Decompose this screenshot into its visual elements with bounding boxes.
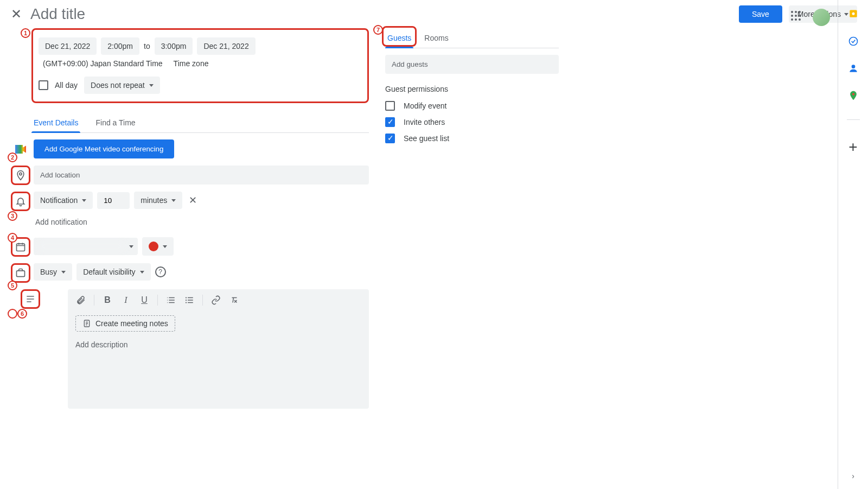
remove-notification-icon[interactable]: ✕: [187, 192, 199, 208]
calendar-name-blurred: [38, 241, 125, 252]
perm-see-list-checkbox[interactable]: [385, 134, 395, 143]
repeat-select[interactable]: Does not repeat: [84, 77, 160, 94]
add-notification-link[interactable]: Add notification: [35, 218, 87, 226]
notification-type-label: Notification: [40, 196, 78, 205]
bold-icon[interactable]: B: [102, 295, 113, 305]
visibility-label: Default visibility: [83, 268, 135, 276]
end-time-chip[interactable]: 3:00pm: [155, 37, 193, 55]
svg-point-4: [186, 300, 187, 301]
help-icon[interactable]: ?: [155, 266, 166, 277]
caret-down-icon: [140, 271, 144, 274]
numbered-list-icon[interactable]: [165, 295, 176, 305]
add-guests-input[interactable]: [385, 55, 559, 74]
perm-see-list-label: See guest list: [404, 134, 449, 143]
timezone-display: (GMT+09:00) Japan Standard Time: [43, 59, 163, 68]
caret-down-icon: [61, 271, 66, 274]
calendar-row: 4: [11, 237, 369, 257]
annotation-1: 1: [21, 28, 30, 38]
svg-point-0: [20, 173, 22, 175]
keep-icon[interactable]: [848, 9, 859, 20]
toolbar-separator: [202, 295, 203, 306]
tasks-icon[interactable]: [848, 36, 859, 47]
visibility-select[interactable]: Default visibility: [76, 263, 150, 281]
notification-type-select[interactable]: Notification: [34, 192, 93, 209]
editor-toolbar: B I U: [68, 289, 369, 311]
briefcase-icon-box: [11, 263, 30, 283]
annotation-7: 7: [373, 25, 383, 35]
perm-see-list-row: See guest list: [385, 130, 559, 147]
tab-event-details[interactable]: Event Details: [31, 113, 80, 132]
busy-select[interactable]: Busy: [34, 263, 72, 281]
description-placeholder[interactable]: Add description: [68, 336, 369, 353]
datetime-block: Dec 21, 2022 2:00pm to 3:00pm Dec 21, 20…: [31, 28, 369, 103]
svg-point-10: [851, 65, 855, 68]
perm-invite-label: Invite others: [404, 118, 445, 126]
meet-row: 2 Add Google Meet video conferencing: [11, 139, 369, 159]
event-title-input[interactable]: [30, 5, 302, 23]
maps-icon[interactable]: [848, 90, 859, 101]
perm-invite-row: Invite others: [385, 114, 559, 130]
perm-modify-label: Modify event: [404, 101, 446, 110]
annotation-4: 4: [8, 233, 17, 243]
collapse-panel-icon[interactable]: ›: [852, 472, 854, 480]
start-time-chip[interactable]: 2:00pm: [101, 37, 139, 55]
description-row: 6 B I U: [11, 289, 369, 409]
clear-format-icon[interactable]: [229, 295, 240, 305]
calendar-select[interactable]: [34, 238, 138, 255]
notification-icon-box: [11, 192, 30, 211]
event-color-select[interactable]: [142, 237, 174, 256]
color-dot-icon: [149, 242, 158, 251]
add-meet-button[interactable]: Add Google Meet video conferencing: [34, 139, 174, 158]
busy-label: Busy: [40, 268, 57, 276]
svg-rect-1: [17, 244, 25, 251]
svg-point-3: [186, 297, 187, 298]
tab-guests[interactable]: Guests: [385, 28, 413, 48]
bullet-list-icon[interactable]: [184, 295, 195, 305]
notification-value-input[interactable]: [97, 192, 130, 209]
location-input[interactable]: [34, 166, 369, 185]
svg-point-9: [849, 37, 857, 46]
save-button[interactable]: Save: [739, 5, 782, 23]
caret-down-icon: [129, 245, 133, 248]
end-date-chip[interactable]: Dec 21, 2022: [197, 37, 255, 55]
avatar[interactable]: [813, 9, 830, 26]
italic-icon[interactable]: I: [120, 295, 131, 305]
apps-grid-icon[interactable]: [791, 11, 804, 24]
google-meet-icon: [15, 145, 26, 154]
start-date-chip[interactable]: Dec 21, 2022: [39, 37, 97, 55]
tab-rooms[interactable]: Rooms: [422, 28, 450, 48]
description-icon-box: [21, 289, 40, 309]
header: ✕ Save More actions: [0, 0, 868, 28]
add-addon-icon[interactable]: +: [848, 138, 857, 156]
caret-down-icon: [163, 245, 167, 248]
underline-icon[interactable]: U: [139, 295, 150, 305]
contacts-icon[interactable]: [848, 63, 859, 74]
notification-unit-select[interactable]: minutes: [134, 192, 182, 209]
link-icon[interactable]: [210, 295, 221, 305]
rail-separator: [847, 119, 860, 120]
to-label: to: [144, 42, 150, 50]
tab-find-a-time[interactable]: Find a Time: [93, 113, 137, 132]
create-meeting-notes-label: Create meeting notes: [95, 319, 168, 328]
notification-row: 3 Notification minutes ✕: [11, 192, 369, 211]
timezone-link[interactable]: Time zone: [174, 59, 209, 68]
all-day-checkbox[interactable]: [39, 80, 48, 90]
annotation-2: 2: [8, 153, 17, 162]
attachment-icon[interactable]: [75, 295, 86, 305]
bell-icon: [15, 196, 26, 207]
svg-point-5: [186, 302, 187, 303]
guests-tabs: 7 Guests Rooms: [385, 28, 559, 48]
perm-invite-checkbox[interactable]: [385, 117, 395, 127]
location-pin-icon: [15, 170, 26, 181]
annotation-5: 5: [8, 281, 17, 290]
visibility-row: 5 Busy Default visibility ?: [11, 263, 369, 283]
notification-unit-label: minutes: [141, 196, 167, 205]
perm-modify-checkbox[interactable]: [385, 101, 395, 111]
create-meeting-notes-button[interactable]: Create meeting notes: [75, 315, 175, 332]
annotation-3: 3: [8, 211, 17, 221]
toolbar-separator: [157, 295, 158, 306]
caret-down-icon: [82, 199, 86, 202]
text-lines-icon: [25, 294, 36, 304]
close-icon[interactable]: ✕: [11, 7, 22, 22]
repeat-label: Does not repeat: [91, 81, 145, 90]
